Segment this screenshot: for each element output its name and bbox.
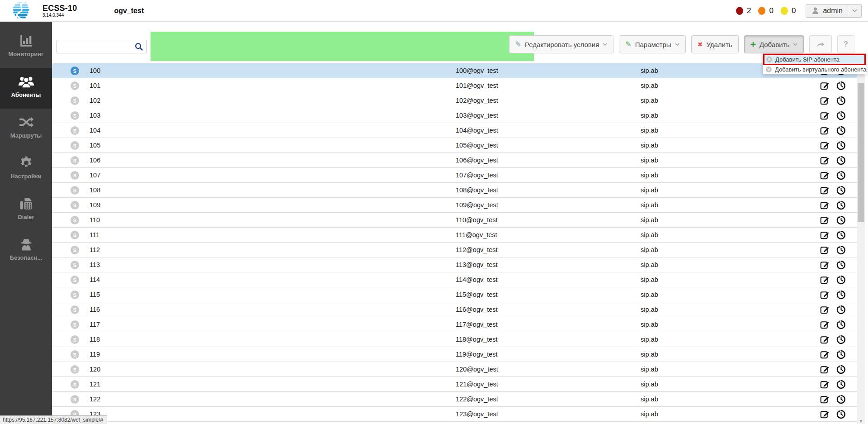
table-row[interactable]: S 114 114@ogv_test sip.ab bbox=[52, 272, 857, 287]
edit-icon[interactable] bbox=[820, 394, 830, 406]
subscriber-address: 117@ogv_test bbox=[456, 321, 498, 328]
history-icon[interactable] bbox=[836, 379, 846, 391]
system-name: ogv_test bbox=[114, 7, 144, 15]
history-icon[interactable] bbox=[836, 155, 846, 167]
sidebar-item-security[interactable]: Безопасн... bbox=[0, 231, 52, 272]
user-button[interactable]: admin bbox=[806, 4, 848, 18]
edit-icon[interactable] bbox=[820, 110, 830, 123]
search-icon[interactable] bbox=[134, 42, 144, 53]
table-row[interactable]: S 123 123@ogv_test sip.ab bbox=[52, 407, 857, 422]
history-icon[interactable] bbox=[836, 200, 846, 212]
table-row[interactable]: S 111 111@ogv_test sip.ab bbox=[52, 228, 857, 243]
history-icon[interactable] bbox=[836, 110, 846, 123]
delete-button[interactable]: ✖ Удалить bbox=[691, 35, 739, 53]
table-row[interactable]: S 110 110@ogv_test sip.ab bbox=[52, 213, 857, 228]
parameters-button[interactable]: ✎ Параметры bbox=[619, 35, 685, 53]
history-icon[interactable] bbox=[836, 305, 846, 317]
history-icon[interactable] bbox=[836, 170, 846, 182]
sidebar-item-monitoring[interactable]: Мониторинг bbox=[0, 27, 52, 68]
edit-icon[interactable] bbox=[820, 81, 830, 93]
edit-icon[interactable] bbox=[820, 170, 830, 182]
sidebar-item-routes[interactable]: Маршруты bbox=[0, 109, 52, 149]
edit-icon[interactable] bbox=[820, 200, 830, 212]
edit-icon[interactable] bbox=[820, 260, 830, 272]
table-row[interactable]: S 113 113@ogv_test sip.ab bbox=[52, 257, 857, 272]
edit-icon[interactable] bbox=[820, 125, 830, 138]
history-icon[interactable] bbox=[836, 334, 846, 347]
history-icon[interactable] bbox=[836, 230, 846, 242]
vertical-scrollbar[interactable]: ▼ bbox=[857, 63, 865, 424]
history-icon[interactable] bbox=[836, 245, 846, 257]
history-icon[interactable] bbox=[836, 140, 846, 152]
table-row[interactable]: S 116 116@ogv_test sip.ab bbox=[52, 302, 857, 317]
table-row[interactable]: S 115 115@ogv_test sip.ab bbox=[52, 287, 857, 302]
edit-icon[interactable] bbox=[820, 185, 830, 197]
table-row[interactable]: S 109 109@ogv_test sip.ab bbox=[52, 198, 857, 213]
edit-icon[interactable] bbox=[820, 275, 830, 287]
help-button[interactable]: ? bbox=[837, 35, 854, 53]
alarm-indicator[interactable]: 0 bbox=[758, 6, 773, 15]
history-icon[interactable] bbox=[836, 260, 846, 272]
table-row[interactable]: S 122 122@ogv_test sip.ab bbox=[52, 392, 857, 407]
forward-button[interactable] bbox=[809, 35, 832, 53]
table-row[interactable]: S 118 118@ogv_test sip.ab bbox=[52, 332, 857, 347]
sip-subscriber-badge: S bbox=[71, 291, 79, 299]
major-alarm-icon bbox=[758, 7, 765, 15]
menu-item-add-virtual-subscriber[interactable]: V Добавить виртуального абонента bbox=[763, 65, 866, 74]
edit-icon[interactable] bbox=[820, 290, 830, 302]
add-button[interactable]: + Добавить bbox=[744, 35, 804, 53]
edit-icon[interactable] bbox=[820, 245, 830, 257]
sidebar-item-dialer[interactable]: Dialer bbox=[0, 190, 52, 231]
subscriber-group: sip.ab bbox=[641, 231, 658, 238]
history-icon[interactable] bbox=[836, 215, 846, 227]
table-row[interactable]: S 106 106@ogv_test sip.ab bbox=[52, 153, 857, 168]
table-row[interactable]: S 119 119@ogv_test sip.ab bbox=[52, 347, 857, 362]
edit-icon[interactable] bbox=[820, 215, 830, 227]
edit-icon[interactable] bbox=[820, 230, 830, 242]
table-row[interactable]: S 103 103@ogv_test sip.ab bbox=[52, 108, 857, 123]
menu-item-add-sip-subscriber[interactable]: S Добавить SIP абонента bbox=[763, 54, 866, 65]
history-icon[interactable] bbox=[836, 409, 846, 421]
history-icon[interactable] bbox=[836, 125, 846, 138]
search-input[interactable] bbox=[57, 40, 146, 53]
table-row[interactable]: S 102 102@ogv_test sip.ab bbox=[52, 93, 857, 108]
table-row[interactable]: S 121 121@ogv_test sip.ab bbox=[52, 377, 857, 392]
history-icon[interactable] bbox=[836, 290, 846, 302]
history-icon[interactable] bbox=[836, 81, 846, 93]
history-icon[interactable] bbox=[836, 319, 846, 332]
history-icon[interactable] bbox=[836, 364, 846, 376]
table-row[interactable]: S 100 100@ogv_test sip.ab bbox=[52, 63, 857, 78]
table-row[interactable]: S 108 108@ogv_test sip.ab bbox=[52, 183, 857, 198]
history-icon[interactable] bbox=[836, 349, 846, 362]
table-row[interactable]: S 117 117@ogv_test sip.ab bbox=[52, 317, 857, 332]
table-row[interactable]: S 105 105@ogv_test sip.ab bbox=[52, 138, 857, 153]
scrollbar-down-arrow[interactable]: ▼ bbox=[857, 419, 865, 424]
edit-icon[interactable] bbox=[820, 349, 830, 362]
user-dropdown-button[interactable] bbox=[848, 4, 862, 18]
edit-icon[interactable] bbox=[820, 379, 830, 391]
history-icon[interactable] bbox=[836, 394, 846, 406]
edit-icon[interactable] bbox=[820, 409, 830, 421]
edit-conditions-button[interactable]: ✎ Редактировать условия bbox=[509, 35, 614, 53]
edit-icon[interactable] bbox=[820, 319, 830, 332]
edit-icon[interactable] bbox=[820, 140, 830, 152]
table-row[interactable]: S 101 101@ogv_test sip.ab bbox=[52, 78, 857, 93]
edit-icon[interactable] bbox=[820, 305, 830, 317]
edit-icon[interactable] bbox=[820, 95, 830, 108]
scrollbar-thumb[interactable] bbox=[858, 83, 864, 222]
table-row[interactable]: S 107 107@ogv_test sip.ab bbox=[52, 168, 857, 183]
sidebar-item-subscribers[interactable]: Абоненты bbox=[0, 68, 52, 109]
alarm-indicator[interactable]: 0 bbox=[781, 6, 796, 15]
table-row[interactable]: S 120 120@ogv_test sip.ab bbox=[52, 362, 857, 377]
table-row[interactable]: S 104 104@ogv_test sip.ab bbox=[52, 123, 857, 138]
subscriber-number: 107 bbox=[90, 172, 100, 179]
edit-icon[interactable] bbox=[820, 334, 830, 347]
history-icon[interactable] bbox=[836, 95, 846, 108]
sidebar-item-settings[interactable]: Настройки bbox=[0, 149, 52, 190]
table-row[interactable]: S 112 112@ogv_test sip.ab bbox=[52, 243, 857, 257]
edit-icon[interactable] bbox=[820, 364, 830, 376]
history-icon[interactable] bbox=[836, 185, 846, 197]
history-icon[interactable] bbox=[836, 275, 846, 287]
edit-icon[interactable] bbox=[820, 155, 830, 167]
alarm-indicator[interactable]: 2 bbox=[736, 6, 751, 15]
